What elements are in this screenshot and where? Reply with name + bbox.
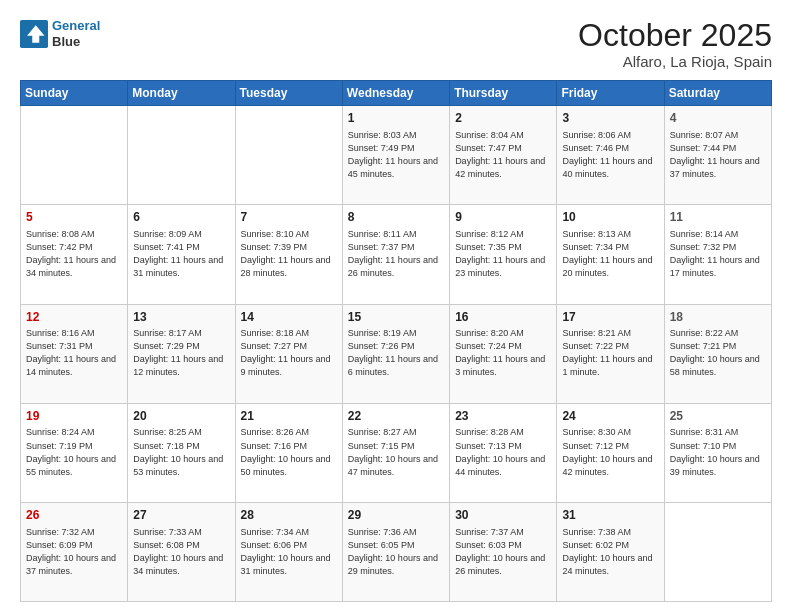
day-number: 6 — [133, 209, 229, 226]
logo-line2: Blue — [52, 34, 100, 50]
day-number: 14 — [241, 309, 337, 326]
cell-content: Sunrise: 8:06 AMSunset: 7:46 PMDaylight:… — [562, 129, 658, 181]
calendar-cell: 19Sunrise: 8:24 AMSunset: 7:19 PMDayligh… — [21, 403, 128, 502]
calendar-cell: 16Sunrise: 8:20 AMSunset: 7:24 PMDayligh… — [450, 304, 557, 403]
calendar-cell: 20Sunrise: 8:25 AMSunset: 7:18 PMDayligh… — [128, 403, 235, 502]
day-number: 31 — [562, 507, 658, 524]
logo-icon — [20, 20, 48, 48]
cell-content: Sunrise: 8:25 AMSunset: 7:18 PMDaylight:… — [133, 426, 229, 478]
cell-content: Sunrise: 8:14 AMSunset: 7:32 PMDaylight:… — [670, 228, 766, 280]
day-number: 28 — [241, 507, 337, 524]
day-header-monday: Monday — [128, 81, 235, 106]
cell-content: Sunrise: 7:32 AMSunset: 6:09 PMDaylight:… — [26, 526, 122, 578]
calendar-cell: 4Sunrise: 8:07 AMSunset: 7:44 PMDaylight… — [664, 106, 771, 205]
calendar-table: SundayMondayTuesdayWednesdayThursdayFrid… — [20, 80, 772, 602]
day-number: 23 — [455, 408, 551, 425]
day-number: 26 — [26, 507, 122, 524]
cell-content: Sunrise: 8:24 AMSunset: 7:19 PMDaylight:… — [26, 426, 122, 478]
day-number: 9 — [455, 209, 551, 226]
calendar-cell: 14Sunrise: 8:18 AMSunset: 7:27 PMDayligh… — [235, 304, 342, 403]
day-number: 20 — [133, 408, 229, 425]
day-number: 3 — [562, 110, 658, 127]
calendar-cell: 2Sunrise: 8:04 AMSunset: 7:47 PMDaylight… — [450, 106, 557, 205]
cell-content: Sunrise: 8:04 AMSunset: 7:47 PMDaylight:… — [455, 129, 551, 181]
day-number: 19 — [26, 408, 122, 425]
day-header-friday: Friday — [557, 81, 664, 106]
calendar-cell: 1Sunrise: 8:03 AMSunset: 7:49 PMDaylight… — [342, 106, 449, 205]
cell-content: Sunrise: 8:22 AMSunset: 7:21 PMDaylight:… — [670, 327, 766, 379]
cell-content: Sunrise: 7:33 AMSunset: 6:08 PMDaylight:… — [133, 526, 229, 578]
calendar-cell: 10Sunrise: 8:13 AMSunset: 7:34 PMDayligh… — [557, 205, 664, 304]
header: General Blue October 2025 Alfaro, La Rio… — [20, 18, 772, 70]
calendar-cell: 24Sunrise: 8:30 AMSunset: 7:12 PMDayligh… — [557, 403, 664, 502]
calendar-week-row: 1Sunrise: 8:03 AMSunset: 7:49 PMDaylight… — [21, 106, 772, 205]
calendar-cell: 8Sunrise: 8:11 AMSunset: 7:37 PMDaylight… — [342, 205, 449, 304]
day-number: 7 — [241, 209, 337, 226]
day-number: 1 — [348, 110, 444, 127]
page: General Blue October 2025 Alfaro, La Rio… — [0, 0, 792, 612]
cell-content: Sunrise: 8:18 AMSunset: 7:27 PMDaylight:… — [241, 327, 337, 379]
day-number: 29 — [348, 507, 444, 524]
day-number: 18 — [670, 309, 766, 326]
day-number: 15 — [348, 309, 444, 326]
calendar-cell: 27Sunrise: 7:33 AMSunset: 6:08 PMDayligh… — [128, 502, 235, 601]
cell-content: Sunrise: 8:09 AMSunset: 7:41 PMDaylight:… — [133, 228, 229, 280]
calendar-cell: 9Sunrise: 8:12 AMSunset: 7:35 PMDaylight… — [450, 205, 557, 304]
calendar-cell: 12Sunrise: 8:16 AMSunset: 7:31 PMDayligh… — [21, 304, 128, 403]
calendar-cell: 6Sunrise: 8:09 AMSunset: 7:41 PMDaylight… — [128, 205, 235, 304]
cell-content: Sunrise: 8:07 AMSunset: 7:44 PMDaylight:… — [670, 129, 766, 181]
day-number: 12 — [26, 309, 122, 326]
day-header-sunday: Sunday — [21, 81, 128, 106]
calendar-week-row: 5Sunrise: 8:08 AMSunset: 7:42 PMDaylight… — [21, 205, 772, 304]
calendar-cell: 31Sunrise: 7:38 AMSunset: 6:02 PMDayligh… — [557, 502, 664, 601]
logo-text: General Blue — [52, 18, 100, 49]
day-header-saturday: Saturday — [664, 81, 771, 106]
day-number: 24 — [562, 408, 658, 425]
calendar-cell: 7Sunrise: 8:10 AMSunset: 7:39 PMDaylight… — [235, 205, 342, 304]
month-title: October 2025 — [578, 18, 772, 53]
cell-content: Sunrise: 8:03 AMSunset: 7:49 PMDaylight:… — [348, 129, 444, 181]
day-number: 2 — [455, 110, 551, 127]
calendar-week-row: 12Sunrise: 8:16 AMSunset: 7:31 PMDayligh… — [21, 304, 772, 403]
cell-content: Sunrise: 8:31 AMSunset: 7:10 PMDaylight:… — [670, 426, 766, 478]
cell-content: Sunrise: 8:08 AMSunset: 7:42 PMDaylight:… — [26, 228, 122, 280]
location-title: Alfaro, La Rioja, Spain — [578, 53, 772, 70]
calendar-cell: 13Sunrise: 8:17 AMSunset: 7:29 PMDayligh… — [128, 304, 235, 403]
cell-content: Sunrise: 8:13 AMSunset: 7:34 PMDaylight:… — [562, 228, 658, 280]
day-number: 22 — [348, 408, 444, 425]
calendar-week-row: 26Sunrise: 7:32 AMSunset: 6:09 PMDayligh… — [21, 502, 772, 601]
day-number: 25 — [670, 408, 766, 425]
cell-content: Sunrise: 7:36 AMSunset: 6:05 PMDaylight:… — [348, 526, 444, 578]
calendar-cell: 28Sunrise: 7:34 AMSunset: 6:06 PMDayligh… — [235, 502, 342, 601]
calendar-cell: 21Sunrise: 8:26 AMSunset: 7:16 PMDayligh… — [235, 403, 342, 502]
calendar-cell — [664, 502, 771, 601]
cell-content: Sunrise: 7:38 AMSunset: 6:02 PMDaylight:… — [562, 526, 658, 578]
day-number: 13 — [133, 309, 229, 326]
calendar-cell: 3Sunrise: 8:06 AMSunset: 7:46 PMDaylight… — [557, 106, 664, 205]
calendar-cell: 23Sunrise: 8:28 AMSunset: 7:13 PMDayligh… — [450, 403, 557, 502]
day-number: 21 — [241, 408, 337, 425]
cell-content: Sunrise: 8:11 AMSunset: 7:37 PMDaylight:… — [348, 228, 444, 280]
cell-content: Sunrise: 8:10 AMSunset: 7:39 PMDaylight:… — [241, 228, 337, 280]
cell-content: Sunrise: 8:20 AMSunset: 7:24 PMDaylight:… — [455, 327, 551, 379]
logo: General Blue — [20, 18, 100, 49]
day-number: 17 — [562, 309, 658, 326]
calendar-cell: 15Sunrise: 8:19 AMSunset: 7:26 PMDayligh… — [342, 304, 449, 403]
calendar-cell: 29Sunrise: 7:36 AMSunset: 6:05 PMDayligh… — [342, 502, 449, 601]
calendar-cell — [235, 106, 342, 205]
cell-content: Sunrise: 8:16 AMSunset: 7:31 PMDaylight:… — [26, 327, 122, 379]
cell-content: Sunrise: 8:12 AMSunset: 7:35 PMDaylight:… — [455, 228, 551, 280]
day-number: 30 — [455, 507, 551, 524]
calendar-cell: 18Sunrise: 8:22 AMSunset: 7:21 PMDayligh… — [664, 304, 771, 403]
cell-content: Sunrise: 8:30 AMSunset: 7:12 PMDaylight:… — [562, 426, 658, 478]
day-number: 27 — [133, 507, 229, 524]
title-block: October 2025 Alfaro, La Rioja, Spain — [578, 18, 772, 70]
day-header-thursday: Thursday — [450, 81, 557, 106]
cell-content: Sunrise: 8:19 AMSunset: 7:26 PMDaylight:… — [348, 327, 444, 379]
calendar-cell: 11Sunrise: 8:14 AMSunset: 7:32 PMDayligh… — [664, 205, 771, 304]
cell-content: Sunrise: 7:34 AMSunset: 6:06 PMDaylight:… — [241, 526, 337, 578]
calendar-cell: 5Sunrise: 8:08 AMSunset: 7:42 PMDaylight… — [21, 205, 128, 304]
cell-content: Sunrise: 8:28 AMSunset: 7:13 PMDaylight:… — [455, 426, 551, 478]
day-number: 5 — [26, 209, 122, 226]
day-number: 11 — [670, 209, 766, 226]
